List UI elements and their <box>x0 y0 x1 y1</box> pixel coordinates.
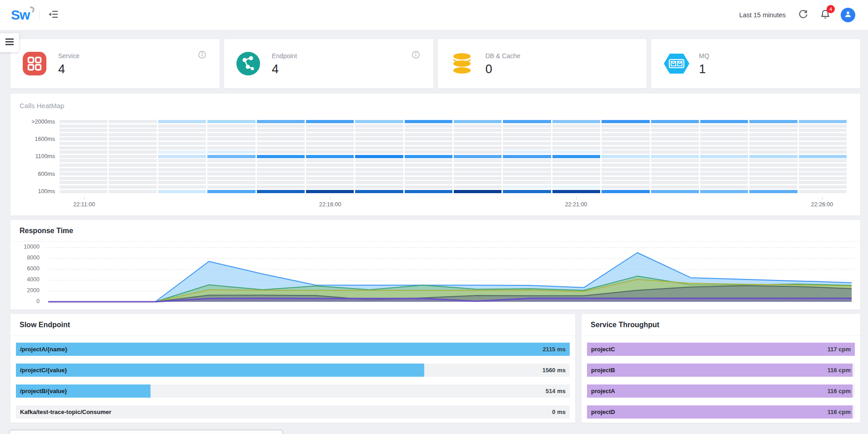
heatmap-cell[interactable] <box>749 137 797 140</box>
heatmap-cell[interactable] <box>602 129 649 132</box>
heatmap-cell[interactable] <box>700 133 748 136</box>
heatmap-cell[interactable] <box>306 164 354 167</box>
heatmap-cell[interactable] <box>257 146 305 150</box>
heatmap-cell[interactable] <box>109 185 156 189</box>
heatmap-cell[interactable] <box>602 181 649 184</box>
heatmap-cell[interactable] <box>355 146 403 150</box>
heatmap-cell[interactable] <box>749 155 797 158</box>
skywalking-logo[interactable]: Sw <box>11 7 35 23</box>
heatmap-cell[interactable] <box>158 120 206 123</box>
heatmap-cell[interactable] <box>799 164 847 167</box>
heatmap-cell[interactable] <box>355 155 403 158</box>
heatmap-cell[interactable] <box>109 137 156 140</box>
heatmap-cell[interactable] <box>306 155 354 158</box>
heatmap-cell[interactable] <box>306 142 354 145</box>
heatmap-cell[interactable] <box>60 155 107 158</box>
heatmap-cell[interactable] <box>700 146 748 150</box>
heatmap-cell[interactable] <box>651 125 699 128</box>
heatmap-cell[interactable] <box>454 137 502 140</box>
heatmap-cell[interactable] <box>700 159 748 162</box>
heatmap-cell[interactable] <box>207 181 255 184</box>
heatmap-cell[interactable] <box>158 137 206 140</box>
heatmap-cell[interactable] <box>60 146 107 150</box>
heatmap-cell[interactable] <box>700 168 748 171</box>
heatmap-cell[interactable] <box>355 129 403 132</box>
heatmap-cell[interactable] <box>257 120 305 123</box>
heatmap-cell[interactable] <box>700 129 748 132</box>
heatmap-cell[interactable] <box>799 177 847 180</box>
heatmap-cell[interactable] <box>60 125 107 128</box>
heatmap-cell[interactable] <box>602 120 649 123</box>
heatmap-cell[interactable] <box>405 159 452 162</box>
heatmap-cell[interactable] <box>207 164 255 167</box>
heatmap-cell[interactable] <box>651 190 699 193</box>
heatmap-cell[interactable] <box>207 155 255 158</box>
heatmap-cell[interactable] <box>257 125 305 128</box>
heatmap-cell[interactable] <box>552 150 600 154</box>
heatmap-cell[interactable] <box>799 129 847 132</box>
heatmap-cell[interactable] <box>207 190 255 193</box>
heatmap-cell[interactable] <box>454 159 502 162</box>
heatmap-cell[interactable] <box>749 142 797 145</box>
heatmap-cell[interactable] <box>454 190 502 193</box>
heatmap-cell[interactable] <box>799 172 847 175</box>
heatmap-cell[interactable] <box>158 190 206 193</box>
horizontal-scrollbar[interactable] <box>9 430 283 434</box>
heatmap-cell[interactable] <box>405 125 452 128</box>
heatmap-cell[interactable] <box>602 155 649 158</box>
heatmap-cell[interactable] <box>257 133 305 136</box>
heatmap-cell[interactable] <box>257 159 305 162</box>
heatmap-cell[interactable] <box>602 190 649 193</box>
heatmap-cell[interactable] <box>355 168 403 171</box>
heatmap-cell[interactable] <box>503 190 551 193</box>
heatmap-cell[interactable] <box>355 177 403 180</box>
menu-unfold-button[interactable] <box>47 9 60 21</box>
heatmap-cell[interactable] <box>503 125 551 128</box>
heatmap-cell[interactable] <box>355 137 403 140</box>
heatmap-cell[interactable] <box>503 133 551 136</box>
heatmap-cell[interactable] <box>503 150 551 154</box>
response-time-chart[interactable]: 1000080006000400020000 <box>10 242 860 309</box>
heatmap-cell[interactable] <box>109 177 156 180</box>
heatmap-cell[interactable] <box>158 159 206 162</box>
heatmap-cell[interactable] <box>158 150 206 154</box>
heatmap-cell[interactable] <box>405 146 452 150</box>
heatmap-cell[interactable] <box>60 129 107 132</box>
heatmap-cell[interactable] <box>158 146 206 150</box>
heatmap-cell[interactable] <box>109 181 156 184</box>
heatmap-cell[interactable] <box>454 164 502 167</box>
heatmap-cell[interactable] <box>306 159 354 162</box>
heatmap-cell[interactable] <box>503 172 551 175</box>
heatmap-cell[interactable] <box>602 172 649 175</box>
heatmap-cell[interactable] <box>207 137 255 140</box>
heatmap-cell[interactable] <box>306 190 354 193</box>
heatmap-cell[interactable] <box>454 185 502 189</box>
time-range-selector[interactable]: Last 15 minutes <box>739 11 786 19</box>
heatmap-cell[interactable] <box>454 133 502 136</box>
heatmap-cell[interactable] <box>552 146 600 150</box>
heatmap-cell[interactable] <box>503 177 551 180</box>
heatmap-cell[interactable] <box>552 142 600 145</box>
heatmap-cell[interactable] <box>503 181 551 184</box>
info-icon[interactable] <box>412 51 420 60</box>
heatmap-cell[interactable] <box>454 181 502 184</box>
avatar[interactable] <box>841 8 855 22</box>
card-endpoint[interactable]: Endpoint 4 <box>224 39 434 89</box>
heatmap-cell[interactable] <box>109 159 156 162</box>
heatmap-cell[interactable] <box>552 155 600 158</box>
heatmap-cell[interactable] <box>700 150 748 154</box>
heatmap-cell[interactable] <box>503 129 551 132</box>
heatmap-cell[interactable] <box>503 164 551 167</box>
heatmap-cell[interactable] <box>257 155 305 158</box>
heatmap-cell[interactable] <box>552 159 600 162</box>
heatmap-cell[interactable] <box>700 155 748 158</box>
heatmap-cell[interactable] <box>405 150 452 154</box>
heatmap-cell[interactable] <box>355 181 403 184</box>
heatmap-cell[interactable] <box>207 129 255 132</box>
bar-row[interactable]: /projectC/{value}1560 ms <box>16 364 570 377</box>
heatmap-cell[interactable] <box>602 164 649 167</box>
heatmap-cell[interactable] <box>602 177 649 180</box>
heatmap-cell[interactable] <box>257 129 305 132</box>
heatmap-cell[interactable] <box>799 142 847 145</box>
heatmap-cell[interactable] <box>700 142 748 145</box>
